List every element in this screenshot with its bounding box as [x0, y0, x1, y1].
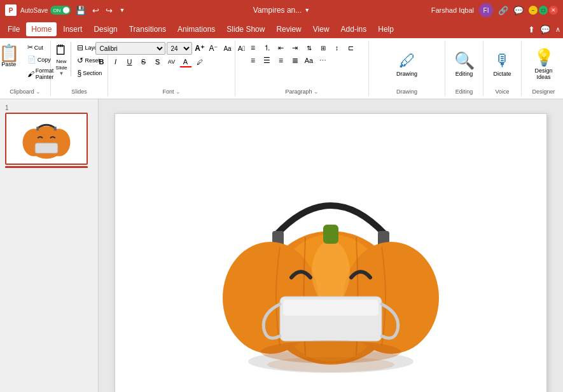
underline-button[interactable]: U: [123, 56, 136, 67]
undo-button[interactable]: ↩: [91, 4, 101, 17]
font-expand-icon[interactable]: ⌄: [176, 88, 181, 95]
minimize-button[interactable]: −: [529, 6, 538, 15]
svg-point-14: [312, 241, 350, 304]
share-button[interactable]: 🔗: [498, 6, 508, 15]
align-right-button[interactable]: ≡: [275, 55, 288, 66]
paragraph-expand-icon[interactable]: ⌄: [314, 88, 319, 95]
close-button[interactable]: ✕: [549, 6, 558, 15]
format-painter-icon: 🖌: [27, 70, 34, 78]
save-button[interactable]: 💾: [74, 4, 87, 17]
quick-access-toolbar: 💾 ↩ ↪ ▼: [74, 4, 126, 17]
line-spacing-button[interactable]: ↕: [331, 42, 344, 53]
editing-group-label: Editing: [445, 88, 483, 95]
slide-content-svg: [178, 126, 483, 381]
menu-addins[interactable]: Add-ins: [336, 22, 372, 36]
change-case-button[interactable]: Aa: [221, 43, 234, 54]
ribbon-collapse-button[interactable]: ∧: [555, 25, 560, 34]
drawing-icon: 🖊: [399, 51, 415, 71]
title-bar-left: P AutoSave ON 💾 ↩ ↪ ▼: [5, 4, 126, 17]
shadow-button[interactable]: S: [151, 56, 164, 67]
text-shadow-btn[interactable]: Aa: [303, 55, 316, 66]
indent-decrease-button[interactable]: ⇤: [275, 42, 288, 53]
editing-button[interactable]: 🔍 Editing: [448, 48, 480, 80]
strikethrough-button[interactable]: S: [137, 56, 150, 67]
ribbon: 📋 Paste ✂ Cut 📄 Copy 🖌 Format Painter: [0, 38, 563, 99]
document-title: Vampires an...: [253, 6, 302, 15]
para-row-2: ≡ ☰ ≡ ≣ Aa ⋯: [247, 55, 330, 66]
justify-button[interactable]: ≣: [289, 55, 302, 66]
menu-review[interactable]: Review: [271, 22, 306, 36]
clipboard-expand-icon[interactable]: ⌄: [36, 88, 41, 95]
layout-icon: ⊟: [77, 43, 83, 52]
menu-file[interactable]: File: [3, 22, 25, 36]
redo-button[interactable]: ↪: [104, 4, 114, 17]
highlight-button[interactable]: 🖊: [193, 56, 206, 67]
title-bar-center: Vampires an... ▼: [253, 6, 310, 15]
comments-button[interactable]: 💬: [513, 6, 524, 15]
design-ideas-label: DesignIdeas: [534, 67, 552, 80]
char-spacing-button[interactable]: AV: [165, 56, 178, 67]
menu-slideshow[interactable]: Slide Show: [221, 22, 270, 36]
title-dropdown-icon[interactable]: ▼: [304, 7, 310, 13]
paste-icon: 📋: [0, 45, 19, 61]
bold-button[interactable]: B: [95, 56, 108, 67]
dictate-button[interactable]: 🎙 Dictate: [487, 48, 518, 80]
maximize-button[interactable]: □: [539, 6, 548, 15]
slide-number: 1: [5, 104, 93, 111]
font-row-1: Calibri 24 A⁺ A⁻ Aa A⃝: [95, 42, 248, 55]
menu-animations[interactable]: Animations: [172, 22, 220, 36]
toggle-knob: [63, 7, 69, 13]
text-direction-button[interactable]: ⇅: [303, 42, 316, 53]
svg-rect-17: [323, 225, 338, 244]
menu-design[interactable]: Design: [88, 22, 122, 36]
clipboard-group-label: Clipboard ⌄: [0, 88, 50, 95]
slide-thumb-preview: [6, 114, 87, 164]
paste-button[interactable]: 📋 Paste: [0, 42, 23, 70]
autosave-toggle[interactable]: ON: [50, 6, 71, 15]
slide-canvas[interactable]: [115, 113, 547, 393]
voice-group-label: Voice: [483, 88, 521, 95]
customize-quickaccess-button[interactable]: ▼: [118, 6, 126, 15]
bullets-button[interactable]: ≡: [247, 42, 260, 53]
copy-icon: 📄: [27, 55, 36, 64]
menu-bar: File Home Insert Design Transitions Anim…: [0, 20, 563, 38]
menu-home[interactable]: Home: [26, 22, 57, 36]
font-size-select[interactable]: 24: [167, 42, 192, 55]
new-slide-button[interactable]: 🗒 NewSlide ▼: [54, 42, 71, 76]
drawing-button[interactable]: 🖊 Drawing: [391, 48, 423, 80]
align-center-button[interactable]: ☰: [261, 55, 274, 66]
avatar[interactable]: FI: [479, 3, 493, 17]
svg-rect-4: [35, 143, 57, 153]
share-ribbon-button[interactable]: ⬆: [528, 25, 535, 34]
slide-thumbnail-1[interactable]: 1: [5, 104, 93, 168]
font-color-button[interactable]: A: [179, 56, 192, 67]
italic-button[interactable]: I: [109, 56, 122, 67]
svg-rect-5: [36, 127, 39, 130]
convert-smartart-button[interactable]: ⋯: [317, 55, 330, 66]
design-ideas-button[interactable]: 💡 DesignIdeas: [528, 45, 560, 83]
decrease-font-button[interactable]: A⁻: [207, 43, 220, 54]
new-slide-label: NewSlide: [56, 59, 67, 71]
app-icon: P: [5, 4, 17, 16]
main-area: 1: [0, 99, 563, 392]
increase-font-button[interactable]: A⁺: [193, 43, 206, 54]
smartart-button[interactable]: ⊞: [317, 42, 330, 53]
ribbon-group-clipboard: 📋 Paste ✂ Cut 📄 Copy 🖌 Format Painter: [0, 41, 51, 96]
window-controls: − □ ✕: [529, 6, 558, 15]
svg-rect-16: [283, 300, 379, 316]
align-left-button[interactable]: ≡: [247, 55, 260, 66]
menu-transitions[interactable]: Transitions: [124, 22, 171, 36]
font-family-select[interactable]: Calibri: [95, 42, 165, 55]
new-slide-dropdown[interactable]: ▼: [59, 71, 64, 76]
ribbon-group-designer: 💡 DesignIdeas Designer: [522, 41, 563, 96]
slide-thumb[interactable]: [5, 113, 88, 165]
menu-view[interactable]: View: [308, 22, 335, 36]
menu-insert[interactable]: Insert: [58, 22, 87, 36]
indent-increase-button[interactable]: ⇥: [289, 42, 302, 53]
font-group-label: Font ⌄: [108, 88, 235, 95]
menu-help[interactable]: Help: [373, 22, 399, 36]
columns-button[interactable]: ⊏: [345, 42, 358, 53]
comments-ribbon-button[interactable]: 💬: [540, 25, 550, 34]
svg-rect-6: [54, 127, 57, 130]
numbering-button[interactable]: ⒈: [261, 42, 274, 53]
